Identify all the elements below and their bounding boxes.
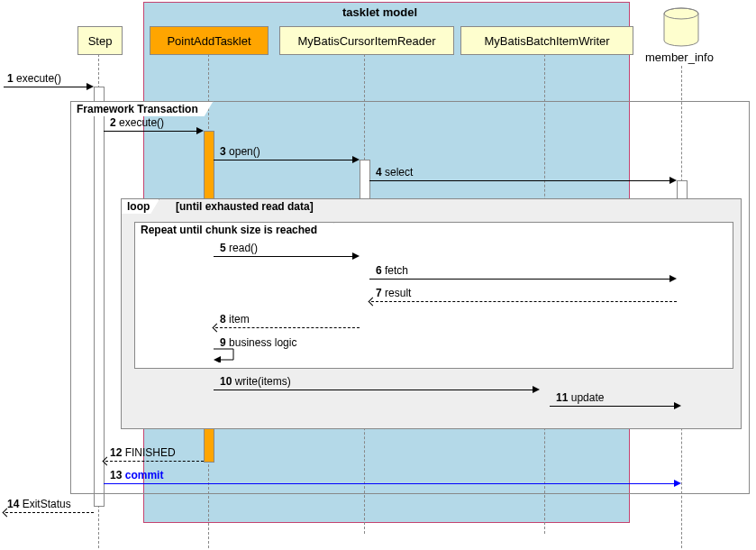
- svg-marker-2: [214, 356, 221, 362]
- fragment-loop-guard: [until exhausted read data]: [176, 200, 314, 213]
- msg-3: 3 open(): [220, 145, 260, 158]
- arrow-5-head: [352, 252, 360, 260]
- participant-reader: MyBatisCursorItemReader: [279, 26, 454, 55]
- fragment-chunk-label: Repeat until chunk size is reached: [134, 222, 334, 237]
- participant-step: Step: [77, 26, 123, 55]
- arrow-10-head: [533, 386, 540, 393]
- arrow-14: [5, 512, 94, 513]
- arrow-11-head: [674, 402, 681, 409]
- msg-14: 14 ExitStatus: [7, 498, 71, 510]
- msg-11: 11 update: [556, 391, 604, 404]
- msg-9: 9 business logic: [220, 336, 296, 349]
- msg-5: 5 read(): [220, 242, 258, 254]
- arrow-6: [369, 279, 675, 280]
- arrow-4: [369, 180, 675, 181]
- msg-8: 8 item: [220, 313, 250, 325]
- participant-point-add-tasklet: PointAddTasklet: [150, 26, 269, 55]
- arrow-2-head: [196, 127, 204, 134]
- msg-4: 4 select: [376, 166, 413, 179]
- msg-2: 2 execute(): [110, 116, 164, 129]
- database-label: member_info: [645, 50, 714, 64]
- msg-1: 1 execute(): [7, 72, 61, 85]
- fragment-loop-label: loop: [121, 198, 159, 214]
- arrow-6-head: [669, 275, 677, 282]
- arrow-3-head: [352, 156, 360, 163]
- msg-6: 6 fetch: [376, 264, 408, 277]
- participant-writer: MyBatisBatchItemWriter: [460, 26, 633, 55]
- arrow-7: [371, 301, 677, 302]
- arrow-13-head: [674, 480, 681, 487]
- arrow-12: [105, 461, 204, 462]
- arrow-3: [214, 160, 358, 160]
- msg-10: 10 write(items): [220, 375, 291, 388]
- arrow-10: [214, 390, 538, 390]
- arrow-5: [214, 256, 358, 257]
- fragment-tx-label: Framework Transaction: [70, 101, 214, 116]
- arrow-8: [215, 327, 360, 328]
- arrow-13: [104, 483, 679, 484]
- arrow-9-self: [214, 348, 241, 362]
- msg-13: 13 commit: [110, 469, 163, 481]
- msg-12: 12 FINISHED: [110, 446, 176, 459]
- arrow-4-head: [669, 177, 677, 184]
- database-icon: [663, 7, 699, 47]
- msg-7: 7 result: [376, 287, 411, 299]
- arrow-11: [550, 406, 679, 407]
- arrow-1-head: [87, 83, 94, 90]
- tasklet-model-title: tasklet model: [342, 5, 417, 19]
- arrow-1: [4, 87, 92, 87]
- arrow-2: [104, 131, 202, 132]
